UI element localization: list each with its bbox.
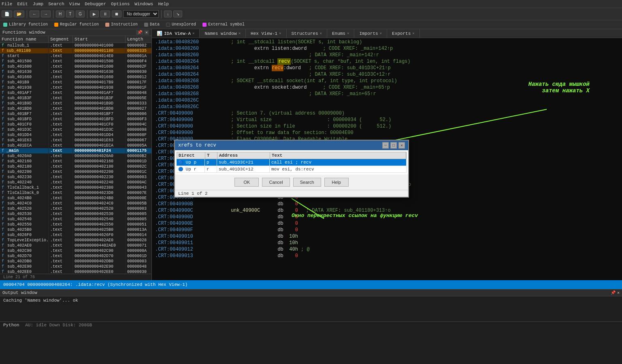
- table-row[interactable]: f _main .text 000000000401F24 00001175: [0, 148, 151, 153]
- legend-instruction: Instruction: [105, 22, 138, 27]
- fn-segment: .text: [49, 264, 73, 269]
- tab-names-close[interactable]: ✕: [239, 31, 241, 36]
- toolbar-forward[interactable]: →: [41, 11, 51, 17]
- toolbar-stop[interactable]: ⏹: [112, 11, 121, 17]
- table-row[interactable]: f sub_402C90.text0000000000402C900000000…: [0, 248, 151, 253]
- table-row[interactable]: f sub_401BF7.text0000000000401BF70000000…: [0, 111, 151, 117]
- table-row[interactable]: f sub_402200.text00000000004022000000001…: [0, 169, 151, 175]
- table-row[interactable]: f sub_402240.text0000000000402240000000A…: [0, 180, 151, 185]
- toolbar-new[interactable]: 📄: [2, 11, 12, 17]
- table-row[interactable]: f sub_401180 .text 0000000000401180 0000…: [0, 48, 151, 53]
- tab-hex-close[interactable]: ✕: [279, 31, 281, 36]
- table-row[interactable]: f sub_4024B0.text00000000004024B00000000…: [0, 196, 151, 201]
- table-row[interactable]: f sub_401B9.text00000000004017B90000017F: [0, 80, 151, 85]
- table-row[interactable]: f sub_402230.text00000000004022300000000…: [0, 175, 151, 180]
- toolbar-step-into[interactable]: ↓: [164, 11, 172, 17]
- tab-imports[interactable]: Imports ✕: [354, 29, 387, 38]
- table-row[interactable]: f sub_401630.text00000000004016300000003…: [0, 69, 151, 75]
- output-pin-btn[interactable]: 📌: [611, 290, 616, 295]
- table-row[interactable]: f sub_401660.text00000000004016600000001…: [0, 75, 151, 80]
- table-row[interactable]: f sub_402AE0.text00000000004402AE0000000…: [0, 243, 151, 248]
- table-row[interactable]: f TlsCallback_0.text00000000004023D00000…: [0, 190, 151, 196]
- table-row[interactable]: f sub_401E63.text0000000000401E630000006…: [0, 138, 151, 143]
- xrefs-minimize-btn[interactable]: ─: [382, 142, 389, 149]
- tab-names[interactable]: Names window ✕: [200, 29, 246, 38]
- tab-hex[interactable]: Hex View-1 ✕: [246, 29, 286, 38]
- fn-segment: .text: [49, 217, 73, 222]
- debugger-select[interactable]: No debugger: [123, 10, 159, 18]
- menu-file[interactable]: File: [2, 2, 12, 6]
- xrefs-search-btn[interactable]: Search: [293, 178, 321, 187]
- xrefs-cancel-btn[interactable]: Cancel: [262, 178, 290, 187]
- table-row[interactable]: f sub_401BFD.text0000000000401BFD000000F…: [0, 117, 151, 122]
- toolbar-back[interactable]: ←: [30, 11, 39, 17]
- table-row[interactable]: f sub_4024C0.text00000000004024C00000005…: [0, 201, 151, 206]
- table-row[interactable]: f TlsCallback_1.text00000000004023800000…: [0, 185, 151, 190]
- table-row[interactable]: f sub_4020A0.text00000000004020A0000000B…: [0, 153, 151, 159]
- table-row[interactable]: f sub_401600.text00000000004016000000002…: [0, 64, 151, 69]
- table-row[interactable]: f sub_401B3F.text0000000000401B3F0000005…: [0, 96, 151, 101]
- toolbar-run[interactable]: ▶: [90, 11, 99, 17]
- xrefs-row[interactable]: 🔵 Up p p sub_401D3C+21 call esi ; recv: [177, 159, 407, 166]
- toolbar-step-over[interactable]: ↘: [173, 11, 182, 17]
- tab-enums-close[interactable]: ✕: [347, 31, 349, 36]
- xrefs-help-btn[interactable]: Help: [324, 178, 349, 187]
- toolbar-graph[interactable]: G: [76, 11, 85, 17]
- menu-edit[interactable]: Edit: [17, 2, 28, 6]
- table-row[interactable]: f sub_4025B0.text00000000004025B00000013…: [0, 227, 151, 232]
- table-row[interactable]: f TopLevelExceptio....text0000000000402A…: [0, 238, 151, 243]
- toolbar-pause[interactable]: ⏸: [100, 11, 110, 17]
- output-close-btn[interactable]: ✕: [617, 290, 620, 295]
- table-row[interactable]: f sub_401500.text0000000000401500000000F…: [0, 59, 151, 64]
- table-row[interactable]: f sub_401ECA.text0000000000401ECA0000005…: [0, 143, 151, 148]
- table-row[interactable]: f sub_402EE0.text0000000000402EE00000003…: [0, 269, 151, 274]
- table-row[interactable]: f sub_402520.text00000000004025200000000…: [0, 206, 151, 211]
- table-row[interactable]: f sub_402160.text00000000004021600000001…: [0, 159, 151, 164]
- functions-close-btn[interactable]: ✕: [144, 30, 149, 35]
- toolbar-text[interactable]: T: [66, 11, 74, 17]
- table-row[interactable]: f sub_402DB0.text0000000000402DB00000000…: [0, 259, 151, 264]
- tab-enums[interactable]: Enums ✕: [327, 29, 354, 38]
- toolbar-open[interactable]: 📂: [14, 11, 24, 17]
- table-row[interactable]: f sub_401B9D.text0000000000401B9D0000033…: [0, 101, 151, 106]
- table-row[interactable]: f sub_401AF7.text0000000000401AF70000004…: [0, 90, 151, 96]
- tab-exports-close[interactable]: ✕: [412, 31, 414, 36]
- table-row[interactable]: f nullsub_1 .text 0000000000401000 00000…: [0, 43, 151, 48]
- table-row[interactable]: f sub_401DD4.text0000000000401DD40000008…: [0, 132, 151, 138]
- tab-structures[interactable]: Structures ✕: [287, 29, 327, 38]
- tab-structures-close[interactable]: ✕: [320, 31, 322, 36]
- tab-ida-view[interactable]: 📊 IDA View-A ✕: [152, 29, 200, 38]
- fn-segment: .text: [49, 232, 73, 238]
- table-row[interactable]: f sub_402D70.text0000000000402D700000001…: [0, 253, 151, 259]
- table-row[interactable]: f sub_401938.text00000000004019380000001…: [0, 85, 151, 90]
- xrefs-row[interactable]: 🔵 Up r r sub_401D3C+12 mov esi, ds:recv: [177, 166, 407, 173]
- menu-debugger[interactable]: Debugger: [85, 2, 106, 6]
- functions-pin-btn[interactable]: 📌: [136, 30, 143, 35]
- fn-segment: .text: [49, 75, 73, 80]
- table-row[interactable]: f sub_402180.text00000000004021800000002…: [0, 164, 151, 169]
- fn-name: f sub_401B9: [0, 80, 49, 85]
- menu-view[interactable]: View: [69, 2, 80, 6]
- menu-help[interactable]: Help: [158, 2, 168, 6]
- xrefs-maximize-btn[interactable]: □: [390, 142, 397, 149]
- toolbar-hex[interactable]: H: [56, 11, 64, 17]
- tab-exports[interactable]: Exports ✕: [387, 29, 420, 38]
- table-row[interactable]: f sub_401CF0.text0000000000401CF00000004…: [0, 122, 151, 127]
- menu-options[interactable]: Options: [111, 2, 130, 6]
- table-row[interactable]: f sub_4026F0.text00000000004026F00000001…: [0, 232, 151, 238]
- table-row[interactable]: f sub_401D3C.text0000000000401D3C0000009…: [0, 127, 151, 132]
- table-row[interactable]: f sub_402E90.text0000000000402E900000004…: [0, 264, 151, 269]
- menu-search[interactable]: Search: [48, 2, 64, 6]
- table-row[interactable]: f start .text 00000000004014E0 0000001A: [0, 53, 151, 59]
- xrefs-ok-btn[interactable]: OK: [234, 178, 259, 187]
- xrefs-close-btn[interactable]: ✕: [398, 142, 405, 149]
- tab-ida-close[interactable]: ✕: [192, 31, 194, 36]
- table-row[interactable]: f sub_401BD0.text0000000000401BD00000002…: [0, 106, 151, 111]
- tab-imports-close[interactable]: ✕: [380, 31, 382, 36]
- table-row[interactable]: f sub_402530.text00000000004025300000000…: [0, 211, 151, 217]
- table-row[interactable]: f sub_402550.text00000000004025500000005…: [0, 222, 151, 227]
- menu-jump[interactable]: Jump: [33, 2, 43, 6]
- table-row[interactable]: f sub_402540.text00000000004025400000000…: [0, 217, 151, 222]
- menu-windows[interactable]: Windows: [134, 2, 153, 6]
- xrefs-title-controls: ─ □ ✕: [382, 142, 405, 149]
